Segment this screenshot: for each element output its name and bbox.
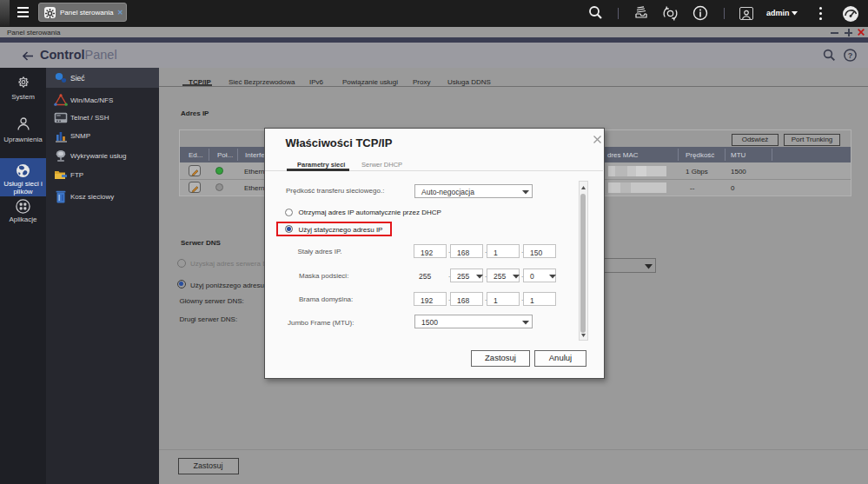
svg-text:?: ?	[848, 51, 853, 60]
